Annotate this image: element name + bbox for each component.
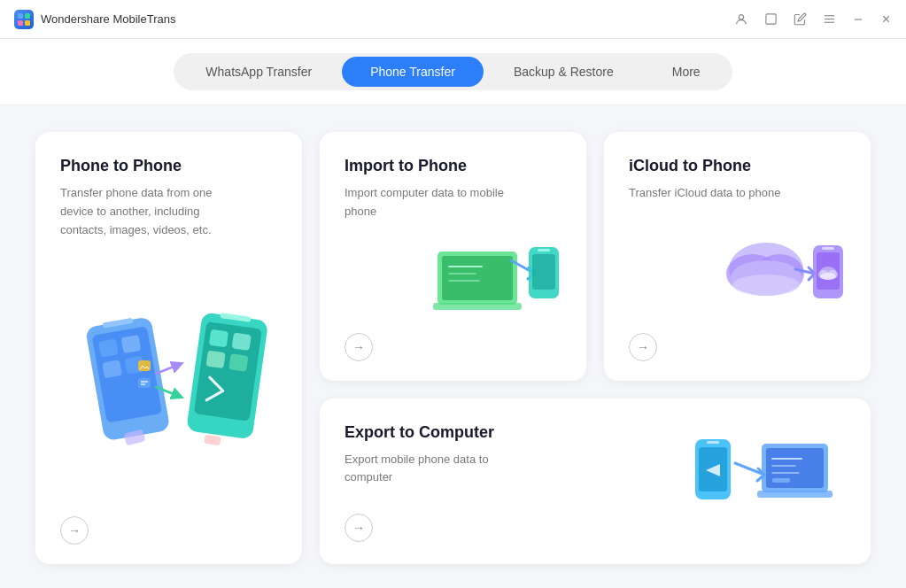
svg-rect-26 (208, 329, 228, 347)
card-phone-to-phone-desc: Transfer phone data from one device to a… (60, 184, 237, 239)
card-phone-to-phone-arrow[interactable]: → (60, 516, 89, 545)
app-icon (14, 10, 34, 29)
svg-rect-40 (538, 249, 550, 251)
card-import-title: Import to Phone (345, 157, 561, 175)
menu-button[interactable] (823, 12, 836, 26)
svg-rect-55 (707, 441, 719, 444)
svg-rect-62 (772, 478, 790, 483)
card-phone-to-phone[interactable]: Phone to Phone Transfer phone data from … (35, 132, 302, 564)
tab-backup[interactable]: Backup & Restore (485, 57, 642, 87)
tab-whatsapp[interactable]: WhatsApp Transfer (177, 57, 340, 87)
svg-rect-33 (442, 256, 513, 300)
svg-rect-0 (18, 13, 23, 19)
svg-rect-27 (231, 332, 251, 351)
svg-rect-34 (433, 303, 522, 310)
titlebar-controls (734, 12, 892, 27)
app-title: Wondershare MobileTrans (41, 12, 175, 26)
window-button[interactable] (764, 12, 778, 26)
titlebar-left: Wondershare MobileTrans (14, 10, 175, 29)
svg-point-4 (739, 14, 743, 19)
svg-rect-58 (757, 491, 832, 498)
card-import-desc: Import computer data to mobile phone (345, 184, 522, 221)
svg-rect-48 (822, 247, 834, 250)
icloud-to-phone-illustration (717, 220, 846, 322)
svg-rect-1 (25, 13, 30, 19)
phone-to-phone-illustration (67, 294, 271, 471)
nav-tabs: WhatsApp Transfer Phone Transfer Backup … (174, 53, 732, 90)
svg-point-52 (820, 273, 836, 280)
card-export-arrow[interactable]: → (345, 514, 373, 542)
minimize-button[interactable] (852, 13, 864, 26)
svg-rect-5 (766, 14, 776, 24)
card-export-desc: Export mobile phone data to computer (345, 451, 522, 488)
titlebar: Wondershare MobileTrans (0, 0, 906, 39)
tab-phone[interactable]: Phone Transfer (342, 57, 484, 87)
card-import-to-phone[interactable]: Import to Phone Import computer data to … (320, 132, 586, 381)
svg-point-45 (732, 275, 800, 296)
svg-rect-39 (532, 254, 555, 290)
svg-rect-17 (102, 360, 122, 378)
nav-area: WhatsApp Transfer Phone Transfer Backup … (0, 39, 906, 105)
main-content: Phone to Phone Transfer phone data from … (0, 105, 906, 588)
card-import-arrow[interactable]: → (345, 333, 373, 361)
export-to-computer-illustration (686, 426, 837, 541)
card-export-to-computer[interactable]: Export to Computer Export mobile phone d… (320, 398, 871, 565)
card-icloud-title: iCloud to Phone (629, 157, 846, 175)
card-icloud-to-phone[interactable]: iCloud to Phone Transfer iCloud data to … (604, 132, 871, 381)
card-icloud-desc: Transfer iCloud data to phone (629, 184, 806, 203)
edit-button[interactable] (794, 12, 807, 26)
card-export-title: Export to Computer (345, 423, 686, 442)
import-to-phone-illustration (433, 229, 561, 331)
tab-more[interactable]: More (644, 57, 729, 87)
svg-rect-19 (138, 360, 151, 371)
close-button[interactable] (880, 13, 892, 25)
card-icloud-arrow[interactable]: → (629, 333, 657, 361)
svg-rect-15 (97, 338, 118, 357)
profile-button[interactable] (734, 12, 748, 27)
svg-rect-31 (204, 434, 221, 445)
svg-rect-29 (228, 353, 248, 372)
svg-rect-16 (120, 335, 141, 353)
svg-rect-2 (18, 20, 23, 26)
svg-rect-28 (205, 350, 225, 368)
svg-rect-20 (138, 378, 151, 388)
card-phone-to-phone-title: Phone to Phone (60, 157, 277, 175)
svg-rect-3 (25, 20, 30, 26)
